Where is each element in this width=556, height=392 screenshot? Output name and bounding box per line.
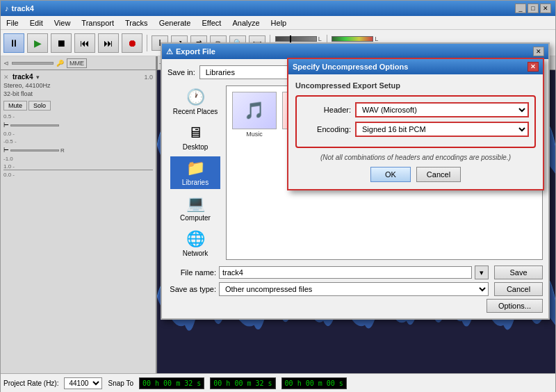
menu-effect[interactable]: Effect (199, 18, 224, 28)
export-dialog-title: Export File (176, 47, 215, 56)
options-note: (Not all combinations of headers and enc… (295, 154, 536, 161)
save-as-type-label: Save as type: (167, 285, 216, 293)
network-label: Network (183, 250, 208, 257)
solo-button[interactable]: Solo (28, 101, 51, 111)
title-icon: ♪ (5, 4, 9, 13)
menu-file[interactable]: File (3, 18, 22, 28)
stop-button[interactable]: ⏹ (51, 33, 72, 53)
export-dialog-title-text: ⚠ Export File (166, 47, 215, 56)
export-dialog-close[interactable]: ✕ (533, 47, 544, 56)
title-bar-text: ♪ track4 (5, 4, 34, 13)
menu-tracks[interactable]: Tracks (122, 18, 151, 28)
computer-item[interactable]: 💻 Computer (170, 192, 220, 224)
options-cancel-button[interactable]: Cancel (416, 167, 461, 182)
libraries-icon: 📁 (186, 159, 205, 177)
menu-transport[interactable]: Transport (79, 18, 117, 28)
recent-places-icon: 🕐 (186, 88, 205, 106)
play-button[interactable]: ▶ (27, 33, 48, 53)
track-header: ✕ track4 ▾ 1.0 (3, 73, 153, 81)
options-buttons: OK Cancel (295, 167, 536, 182)
dialog-bottom: File name: ▾ Save Save as type: Other un… (167, 266, 543, 313)
libraries-label: Libraries (182, 179, 208, 186)
save-in-label: Save in: (167, 68, 195, 76)
title-bar: ♪ track4 _ □ ✕ (1, 1, 555, 16)
options-button[interactable]: Options... (486, 299, 543, 313)
time-display-1: 00 h 00 m 32 s (139, 377, 204, 389)
track-info: Stereo, 44100Hz 32-bit float (3, 81, 153, 99)
track-controls-panel: ✕ track4 ▾ 1.0 Stereo, 44100Hz 32-bit fl… (1, 70, 157, 373)
options-section-title: Uncompressed Export Setup (295, 81, 536, 90)
time-display-2: 00 h 00 m 32 s (210, 377, 275, 389)
toolbar-separator-1 (147, 35, 147, 51)
time-display-3: 00 h 00 m 00 s (281, 377, 347, 389)
menu-analyze[interactable]: Analyze (229, 18, 262, 28)
minimize-button[interactable]: _ (515, 3, 526, 13)
libraries-item[interactable]: 📁 Libraries (170, 156, 220, 189)
computer-label: Computer (180, 214, 211, 222)
pause-button[interactable]: ⏸ (3, 33, 24, 53)
computer-icon: 💻 (186, 195, 205, 213)
export-file-dialog: ⚠ Export File ✕ Save in: Libraries ◀ ⬆ 📁… (161, 42, 550, 320)
desktop-label: Desktop (183, 143, 208, 151)
record-button[interactable]: ⏺ (122, 33, 142, 53)
file-name-row: File name: ▾ Save (167, 266, 543, 279)
menu-help[interactable]: Help (268, 18, 290, 28)
track-info-line1: Stereo, 44100Hz (3, 82, 153, 90)
status-bar: Project Rate (Hz): 44100 Snap To 00 h 00… (1, 373, 555, 392)
project-rate-label: Project Rate (Hz): (3, 379, 58, 387)
menu-generate[interactable]: Generate (156, 18, 194, 28)
gain-control: ⊢ (3, 121, 153, 129)
close-button[interactable]: ✕ (540, 3, 551, 13)
encoding-row: Encoding: Signed 16 bit PCM (302, 122, 529, 137)
main-window: ♪ track4 _ □ ✕ File Edit View Transport … (0, 0, 556, 392)
options-close-button[interactable]: ✕ (528, 62, 539, 72)
file-name-label: File name: (167, 268, 216, 277)
dialog-sidebar: 🕐 Recent Places 🖥 Desktop 📁 Libraries 💻 … (167, 85, 223, 260)
save-as-type-select[interactable]: Other uncompressed files (219, 282, 489, 296)
recent-places-label: Recent Places (173, 108, 218, 115)
mute-button[interactable]: Mute (3, 101, 27, 111)
header-select[interactable]: WAV (Microsoft) (355, 102, 529, 117)
export-dialog-title-bar: ⚠ Export File ✕ (162, 44, 548, 59)
encoding-label: Encoding: (302, 125, 351, 133)
cancel-button[interactable]: Cancel (494, 282, 543, 296)
network-icon: 🌐 (186, 230, 205, 248)
recent-places-item[interactable]: 🕐 Recent Places (170, 85, 220, 118)
track-buttons: Mute Solo (3, 99, 153, 112)
menu-view[interactable]: View (51, 18, 74, 28)
save-button[interactable]: Save (494, 266, 543, 279)
snap-to-label: Snap To (108, 379, 133, 387)
ruler-left: ⊲ 🔑 MME (1, 56, 157, 70)
window-title: track4 (12, 4, 34, 13)
menu-bar: File Edit View Transport Tracks Generate… (1, 16, 555, 30)
options-ok-button[interactable]: OK (370, 167, 411, 182)
network-item[interactable]: 🌐 Network (170, 227, 220, 260)
header-row: Header: WAV (Microsoft) (302, 102, 529, 117)
export-dialog-icon: ⚠ (166, 47, 173, 56)
desktop-icon: 🖥 (188, 124, 203, 142)
pan-control: ⊢ R (3, 146, 153, 154)
options-body: Uncompressed Export Setup Header: WAV (M… (288, 74, 543, 189)
track-info-line2: 32-bit float (3, 90, 153, 99)
pan-slider[interactable] (10, 149, 59, 152)
project-rate-select[interactable]: 44100 (64, 377, 102, 389)
maximize-button[interactable]: □ (528, 3, 539, 13)
file-name-input[interactable] (219, 266, 472, 279)
header-label: Header: (302, 106, 351, 114)
options-dialog: Specify Uncompressed Options ✕ Uncompres… (287, 58, 544, 190)
title-bar-controls: _ □ ✕ (515, 3, 551, 13)
options-title-text: Specify Uncompressed Options (293, 63, 408, 71)
menu-edit[interactable]: Edit (27, 18, 46, 28)
encoding-select[interactable]: Signed 16 bit PCM (355, 122, 529, 137)
file-type-row: Save as type: Other uncompressed files C… (167, 282, 543, 296)
skip-end-button[interactable]: ⏭ (98, 33, 119, 53)
options-title-bar: Specify Uncompressed Options ✕ (288, 59, 543, 74)
file-name-dropdown[interactable]: ▾ (475, 266, 489, 279)
track-name: track4 (13, 73, 33, 81)
skip-start-button[interactable]: ⏮ (74, 33, 95, 53)
gain-slider[interactable] (10, 124, 59, 126)
desktop-item[interactable]: 🖥 Desktop (170, 121, 220, 154)
